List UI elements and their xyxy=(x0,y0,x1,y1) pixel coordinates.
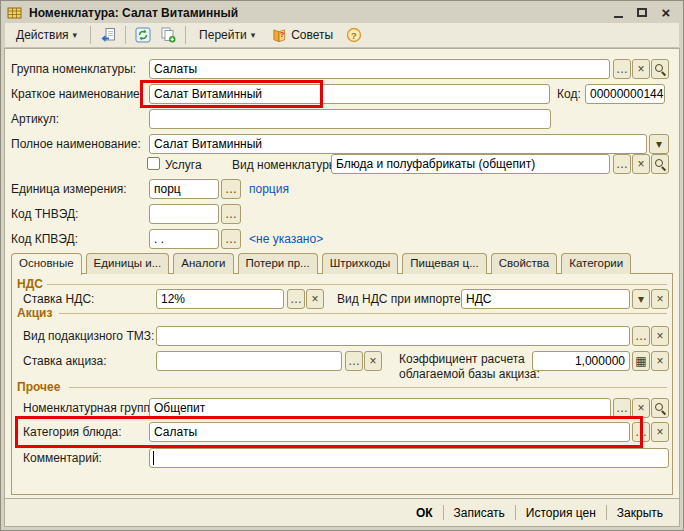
copy-button[interactable] xyxy=(157,25,179,46)
nom-group-ellipsis-button[interactable]: … xyxy=(613,398,631,418)
excise-type-clear-button[interactable]: × xyxy=(651,326,669,346)
tab-losses[interactable]: Потери пр... xyxy=(238,253,318,274)
tab-barcodes[interactable]: Штрихкоды xyxy=(322,253,399,274)
coef-calc-button[interactable]: ▦ xyxy=(632,351,650,371)
tab-main[interactable]: Основные xyxy=(11,253,82,275)
unit-field[interactable]: порц xyxy=(149,179,219,199)
refresh-icon xyxy=(135,27,151,43)
coef-label-line2: облагаемой базы акциза: xyxy=(399,367,540,381)
full-name-field[interactable]: Салат Витаминный xyxy=(149,134,647,154)
tab-categories[interactable]: Категории xyxy=(561,253,631,274)
import-vat-clear-button[interactable]: × xyxy=(651,289,669,309)
copy-add-icon xyxy=(160,27,176,43)
text-cursor xyxy=(153,451,154,465)
tab-analogs[interactable]: Аналоги xyxy=(173,253,233,274)
excise-rate-ellipsis-button[interactable]: … xyxy=(345,351,363,371)
excise-type-field[interactable] xyxy=(156,326,630,346)
nom-type-ellipsis-button[interactable]: … xyxy=(613,154,631,174)
dish-category-field[interactable]: Салаты xyxy=(149,422,630,442)
save-button[interactable]: Записать xyxy=(444,503,515,523)
svg-text:?: ? xyxy=(351,30,357,41)
excise-type-ellipsis-button[interactable]: … xyxy=(632,326,650,346)
dish-category-clear-button[interactable]: × xyxy=(651,422,669,442)
comment-field[interactable] xyxy=(149,448,669,468)
search-icon xyxy=(655,159,666,170)
kpved-hint-link[interactable]: <не указано> xyxy=(249,232,323,246)
import-vat-field[interactable]: НДС xyxy=(461,289,630,309)
nom-type-clear-button[interactable]: × xyxy=(632,154,650,174)
tips-button[interactable]: ? Советы xyxy=(265,25,340,46)
tab-nutrition[interactable]: Пищевая ц... xyxy=(402,253,486,274)
search-icon xyxy=(655,64,666,75)
vat-rate-field[interactable]: 12% xyxy=(156,289,284,309)
import-vat-label: Вид НДС при импорте: xyxy=(337,292,464,306)
vat-rate-ellipsis-button[interactable]: … xyxy=(287,289,305,309)
service-label: Услуга xyxy=(165,158,202,172)
help-button[interactable]: ? xyxy=(343,25,365,46)
group-field[interactable]: Салаты xyxy=(149,59,610,79)
coef-clear-button[interactable]: × xyxy=(651,351,669,371)
close-icon[interactable]: × xyxy=(658,5,674,20)
excise-rate-clear-button[interactable]: × xyxy=(364,351,382,371)
catalog-item-icon xyxy=(7,5,23,21)
tab-properties[interactable]: Свойства xyxy=(491,253,558,274)
group-ellipsis-button[interactable]: … xyxy=(613,59,631,79)
code-label: Код: xyxy=(557,87,581,101)
full-name-dropdown-button[interactable]: ▾ xyxy=(649,134,669,154)
price-history-button[interactable]: История цен xyxy=(516,503,606,523)
actions-button[interactable]: Действия ▾ xyxy=(9,25,84,46)
window-controls: × xyxy=(610,5,680,20)
toolbar-separator xyxy=(90,26,91,44)
unit-ellipsis-button[interactable]: … xyxy=(221,179,241,199)
tab-strip: Основные Единицы и... Аналоги Потери пр.… xyxy=(11,253,635,275)
tnved-field[interactable] xyxy=(149,204,219,224)
ok-button[interactable]: ОК xyxy=(406,503,443,523)
reread-button[interactable] xyxy=(132,25,154,46)
maximize-icon[interactable] xyxy=(634,5,650,20)
import-vat-dropdown-button[interactable]: ▾ xyxy=(632,289,650,309)
chevron-down-icon: ▾ xyxy=(73,30,78,40)
nom-group-clear-button[interactable]: × xyxy=(632,398,650,418)
coef-field[interactable]: 1,000000 xyxy=(532,351,630,371)
tnved-ellipsis-button[interactable]: … xyxy=(221,204,241,224)
vat-rate-clear-button[interactable]: × xyxy=(306,289,324,309)
toolbar: Действия ▾ xyxy=(5,23,679,48)
service-checkbox[interactable] xyxy=(147,157,160,170)
toolbar-separator xyxy=(125,26,126,44)
article-field[interactable] xyxy=(149,109,551,129)
excise-section-title: Акциз xyxy=(17,306,52,320)
code-field[interactable]: 00000000144 xyxy=(585,84,665,104)
tab-units[interactable]: Единицы и... xyxy=(86,253,170,274)
short-name-label: Краткое наименование: xyxy=(11,87,143,101)
coef-label-line1: Коэффициент расчета xyxy=(399,352,525,366)
chevron-down-icon: ▾ xyxy=(251,30,256,40)
kpved-label: Код КПВЭД: xyxy=(11,232,78,246)
dish-category-label: Категория блюда: xyxy=(23,425,122,439)
nomenclature-window: Номенклатура: Салат Витаминный × Действи… xyxy=(0,0,684,531)
title-bar: Номенклатура: Салат Витаминный × xyxy=(4,3,680,22)
minimize-icon[interactable] xyxy=(610,5,626,20)
other-section-title: Прочее xyxy=(17,380,60,394)
unit-hint-link[interactable]: порция xyxy=(249,182,289,196)
section-divider xyxy=(69,387,667,388)
close-button[interactable]: Закрыть xyxy=(607,503,673,523)
goto-button[interactable]: Перейти ▾ xyxy=(192,25,262,46)
short-name-field[interactable]: Салат Витаминный xyxy=(149,84,550,104)
help-icon: ? xyxy=(346,27,362,43)
nom-type-field[interactable]: Блюда и полуфабрикаты (общепит) xyxy=(331,154,610,174)
tnved-label: Код ТНВЭД: xyxy=(11,207,78,221)
nom-group-label: Номенклатурная группа: xyxy=(23,401,160,415)
search-icon xyxy=(655,403,666,414)
dish-category-ellipsis-button[interactable]: … xyxy=(632,422,650,442)
goto-label: Перейти xyxy=(199,28,247,42)
nom-group-field[interactable]: Общепит xyxy=(149,398,611,418)
kpved-field[interactable]: . . xyxy=(149,229,219,249)
write-button[interactable] xyxy=(97,25,119,46)
group-search-button[interactable] xyxy=(651,59,669,79)
kpved-ellipsis-button[interactable]: … xyxy=(221,229,241,249)
nom-group-search-button[interactable] xyxy=(651,398,669,418)
window-title: Номенклатура: Салат Витаминный xyxy=(29,6,238,20)
group-clear-button[interactable]: × xyxy=(632,59,650,79)
excise-rate-field[interactable] xyxy=(156,351,342,371)
nom-type-search-button[interactable] xyxy=(651,154,669,174)
